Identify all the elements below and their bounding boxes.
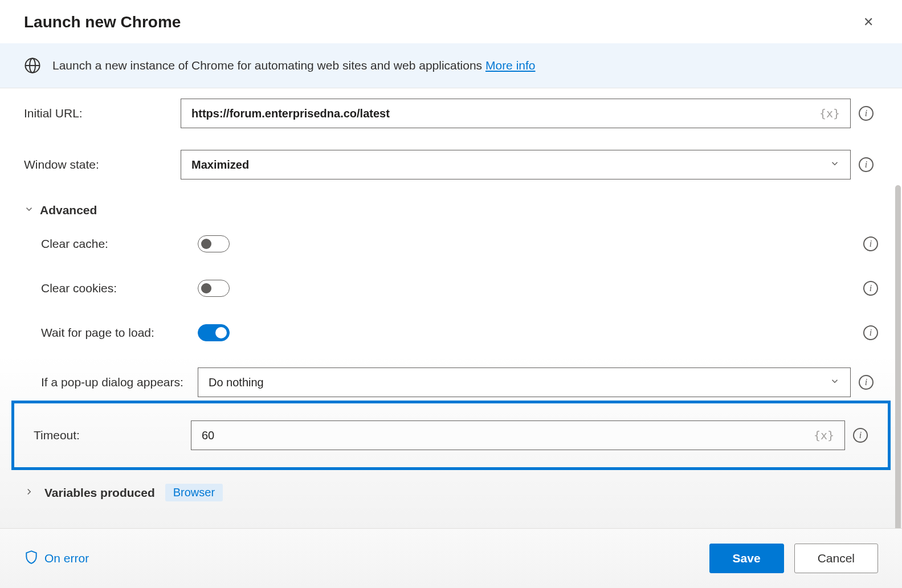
- label-window-state: Window state:: [24, 158, 181, 172]
- label-popup: If a pop-up dialog appears:: [24, 375, 198, 389]
- info-icon[interactable]: i: [859, 106, 874, 121]
- variable-picker-icon[interactable]: {x}: [814, 428, 834, 442]
- advanced-section-toggle[interactable]: Advanced: [0, 203, 902, 217]
- variables-produced-toggle[interactable]: Variables produced Browser: [0, 470, 902, 501]
- info-icon[interactable]: i: [853, 428, 868, 443]
- input-timeout[interactable]: 60 {x}: [191, 420, 845, 450]
- row-timeout-highlight: Timeout: 60 {x} i: [11, 401, 891, 470]
- scrollbar[interactable]: [895, 185, 901, 528]
- toggle-clear-cookies[interactable]: [198, 280, 230, 297]
- info-icon[interactable]: i: [863, 236, 878, 251]
- row-initial-url: Initial URL: https://forum.enterprisedna…: [0, 99, 902, 128]
- variables-label: Variables produced: [44, 486, 155, 500]
- value-window-state: Maximized: [191, 158, 249, 172]
- toggle-wait-for-load[interactable]: [198, 324, 230, 341]
- label-timeout: Timeout:: [27, 428, 191, 442]
- cancel-button[interactable]: Cancel: [794, 544, 878, 573]
- on-error-link[interactable]: On error: [24, 550, 89, 567]
- info-icon[interactable]: i: [863, 325, 878, 340]
- variable-picker-icon[interactable]: {x}: [819, 107, 840, 120]
- save-button[interactable]: Save: [709, 544, 784, 573]
- shield-icon: [24, 550, 39, 567]
- value-timeout: 60: [202, 429, 214, 442]
- value-initial-url: https://forum.enterprisedna.co/latest: [191, 107, 390, 120]
- info-banner: Launch a new instance of Chrome for auto…: [0, 43, 902, 88]
- row-wait-for-load: Wait for page to load: i: [0, 324, 902, 341]
- cancel-label: Cancel: [818, 552, 855, 565]
- save-label: Save: [733, 552, 761, 565]
- info-icon[interactable]: i: [863, 281, 878, 296]
- chevron-down-icon: [24, 203, 34, 217]
- info-icon[interactable]: i: [859, 157, 874, 172]
- form-area: Initial URL: https://forum.enterprisedna…: [0, 88, 902, 528]
- on-error-label: On error: [44, 552, 89, 565]
- chevron-right-icon: [24, 486, 34, 500]
- value-popup: Do nothing: [209, 376, 264, 389]
- label-clear-cache: Clear cache:: [24, 237, 198, 251]
- row-clear-cache: Clear cache: i: [0, 235, 902, 252]
- input-initial-url[interactable]: https://forum.enterprisedna.co/latest {x…: [181, 99, 851, 128]
- close-icon[interactable]: ✕: [859, 11, 878, 33]
- select-window-state[interactable]: Maximized: [181, 150, 851, 179]
- dialog-footer: On error Save Cancel: [0, 528, 902, 588]
- globe-icon: [24, 57, 41, 74]
- label-clear-cookies: Clear cookies:: [24, 281, 198, 295]
- more-info-link[interactable]: More info: [485, 59, 536, 72]
- toggle-clear-cache[interactable]: [198, 235, 230, 252]
- title-bar: Launch new Chrome ✕: [0, 0, 902, 43]
- variable-chip-browser[interactable]: Browser: [165, 484, 223, 501]
- label-wait-for-load: Wait for page to load:: [24, 326, 198, 340]
- label-initial-url: Initial URL:: [24, 107, 181, 120]
- dialog-title: Launch new Chrome: [24, 13, 181, 31]
- advanced-label: Advanced: [40, 203, 97, 217]
- row-popup: If a pop-up dialog appears: Do nothing i: [0, 368, 902, 397]
- row-window-state: Window state: Maximized i: [0, 150, 902, 179]
- banner-text: Launch a new instance of Chrome for auto…: [52, 59, 536, 72]
- select-popup[interactable]: Do nothing: [198, 368, 851, 397]
- chevron-down-icon: [830, 376, 840, 389]
- banner-message: Launch a new instance of Chrome for auto…: [52, 59, 485, 72]
- row-clear-cookies: Clear cookies: i: [0, 280, 902, 297]
- info-icon[interactable]: i: [859, 375, 874, 390]
- chevron-down-icon: [830, 158, 840, 172]
